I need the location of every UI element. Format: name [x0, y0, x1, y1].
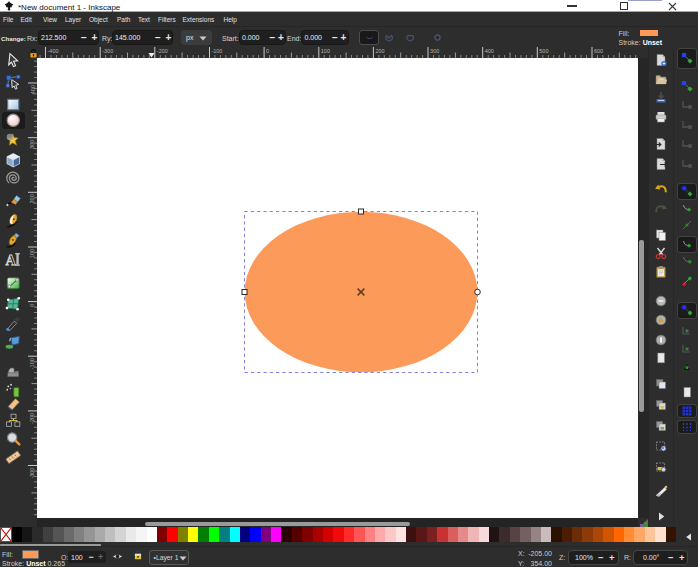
svg-text:0: 0: [266, 48, 269, 54]
svg-text:200: 200: [375, 48, 384, 54]
svg-text:-100: -100: [30, 358, 36, 369]
svg-text:100: 100: [321, 48, 330, 54]
svg-text:A: A: [6, 252, 17, 268]
svg-text:-300: -300: [102, 48, 113, 54]
svg-text:200: 200: [30, 194, 36, 203]
svg-text:300: 300: [30, 140, 36, 149]
svg-text:100: 100: [30, 249, 36, 258]
svg-text:300: 300: [430, 48, 439, 54]
svg-text:600: 600: [594, 48, 603, 54]
svg-text:-300: -300: [30, 468, 36, 479]
svg-text:-100: -100: [211, 48, 222, 54]
svg-text:0: 0: [30, 304, 36, 307]
svg-text:-200: -200: [30, 413, 36, 424]
svg-text:500: 500: [539, 48, 548, 54]
svg-text:-200: -200: [157, 48, 168, 54]
svg-text:400: 400: [30, 85, 36, 94]
svg-text:400: 400: [485, 48, 494, 54]
svg-text:-400: -400: [48, 48, 59, 54]
